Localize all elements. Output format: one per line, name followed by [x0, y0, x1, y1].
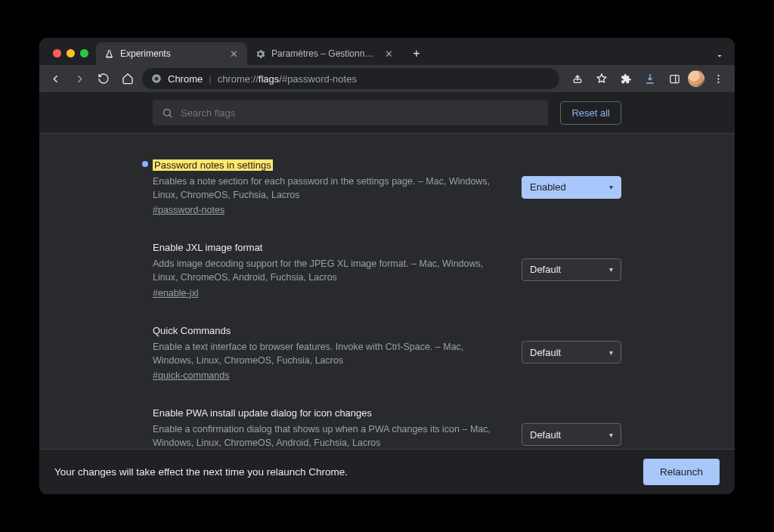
flag-state-dropdown[interactable]: Default ▾: [522, 258, 621, 281]
chevron-down-icon: ▾: [609, 348, 613, 357]
flag-description: Enables a note section for each password…: [153, 175, 506, 202]
flag-anchor-link[interactable]: #enable-jxl: [153, 288, 198, 298]
new-tab-button[interactable]: +: [407, 44, 426, 63]
close-window-button[interactable]: [53, 49, 61, 57]
tab-title: Experiments: [120, 48, 222, 59]
maximize-window-button[interactable]: [80, 49, 88, 57]
relaunch-button[interactable]: Relaunch: [643, 459, 720, 485]
minimize-window-button[interactable]: [67, 49, 75, 57]
close-tab-icon[interactable]: ✕: [228, 48, 240, 60]
relaunch-message: Your changes will take effect the next t…: [54, 466, 348, 478]
scheme-label: Chrome: [168, 73, 203, 85]
forward-button[interactable]: [70, 69, 89, 88]
flag-anchor-link[interactable]: #quick-commands: [153, 370, 229, 381]
chrome-window: Experiments ✕ Paramètres – Gestionnaire …: [39, 38, 735, 494]
home-button[interactable]: [118, 69, 138, 88]
profile-avatar[interactable]: [688, 70, 704, 87]
flag-title: Quick Commands: [153, 325, 231, 336]
chevron-down-icon: ▾: [609, 431, 613, 439]
svg-point-5: [717, 75, 719, 76]
flag-title: Enable JXL image format: [153, 242, 262, 253]
toolbar-right: [564, 69, 729, 88]
flag-quick-commands: Quick Commands Enable a text interface t…: [153, 313, 621, 395]
tab-experiments[interactable]: Experiments ✕: [96, 42, 247, 65]
flag-state-dropdown[interactable]: Enabled ▾: [522, 176, 621, 199]
flag-anchor-link[interactable]: #password-notes: [153, 205, 224, 215]
address-bar[interactable]: Chrome | chrome://flags/#password-notes: [142, 68, 559, 89]
flags-header: Reset all: [39, 92, 735, 133]
window-controls: [48, 49, 96, 65]
svg-point-1: [154, 76, 158, 80]
flag-password-notes: Password notes in settings Enables a not…: [153, 147, 621, 230]
flag-pwa-update-dialog: Enable PWA install update dialog for ico…: [153, 395, 621, 449]
toolbar: Chrome | chrome://flags/#password-notes: [39, 65, 735, 92]
menu-icon[interactable]: [707, 69, 729, 88]
downloads-icon[interactable]: [639, 69, 661, 88]
flag-description: Adds image decoding support for the JPEG…: [153, 257, 506, 284]
flask-icon: [104, 48, 114, 59]
flag-title: Enable PWA install update dialog for ico…: [153, 407, 372, 419]
tab-strip: Experiments ✕ Paramètres – Gestionnaire …: [39, 38, 735, 65]
svg-point-8: [164, 109, 171, 116]
search-box[interactable]: [153, 100, 548, 125]
flag-enable-jxl: Enable JXL image format Adds image decod…: [153, 230, 621, 312]
flags-list: Password notes in settings Enables a not…: [39, 133, 735, 449]
gear-icon: [255, 48, 265, 59]
search-input[interactable]: [181, 107, 539, 119]
svg-point-6: [717, 78, 719, 79]
relaunch-bar: Your changes will take effect the next t…: [39, 449, 735, 494]
svg-rect-3: [670, 75, 678, 82]
tab-list-dropdown[interactable]: [715, 51, 735, 65]
flag-description: Enable a confirmation dialog that shows …: [153, 422, 506, 449]
flag-state-dropdown[interactable]: Default ▾: [522, 341, 621, 363]
flag-title: Password notes in settings: [153, 159, 273, 171]
modified-indicator-icon: [142, 161, 148, 167]
tab-password-manager[interactable]: Paramètres – Gestionnaire de m ✕: [247, 42, 402, 65]
reload-button[interactable]: [94, 69, 113, 88]
chrome-page-icon: [151, 73, 162, 84]
close-tab-icon[interactable]: ✕: [383, 48, 395, 60]
search-icon: [162, 107, 173, 119]
url-text: chrome://flags/#password-notes: [218, 73, 357, 85]
back-button[interactable]: [45, 69, 65, 88]
side-panel-icon[interactable]: [664, 69, 685, 88]
tab-title: Paramètres – Gestionnaire de m: [271, 48, 377, 59]
svg-point-7: [717, 81, 719, 82]
flag-state-dropdown[interactable]: Default ▾: [522, 423, 621, 446]
extensions-icon[interactable]: [615, 69, 636, 88]
flag-description: Enable a text interface to browser featu…: [153, 340, 506, 367]
chevron-down-icon: ▾: [609, 183, 613, 191]
share-icon[interactable]: [567, 69, 588, 88]
chevron-down-icon: ▾: [609, 265, 613, 274]
page-content: Reset all Password notes in settings Ena…: [39, 92, 735, 494]
bookmark-icon[interactable]: [591, 69, 612, 88]
reset-all-button[interactable]: Reset all: [560, 101, 621, 125]
